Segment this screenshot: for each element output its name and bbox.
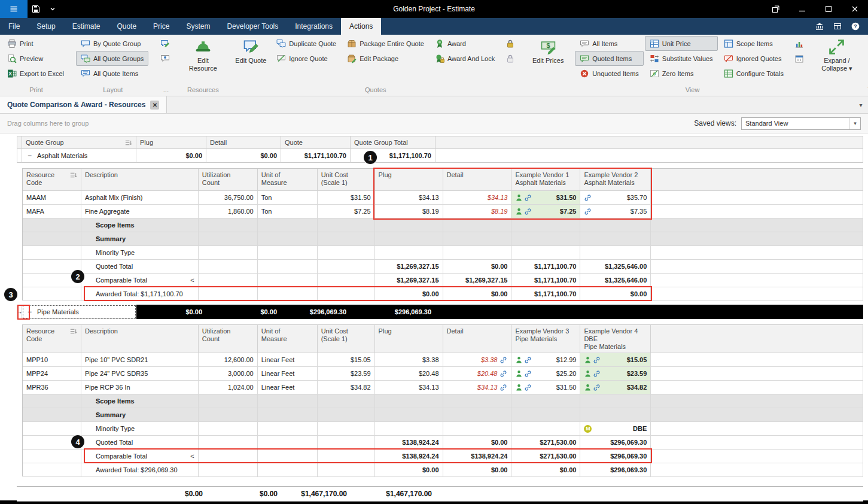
menu-tab-price[interactable]: Price	[145, 18, 178, 35]
description-cell[interactable]: Pipe 10" PVC SDR21	[81, 353, 199, 367]
saved-views-combobox[interactable]: Standard View ▾	[741, 117, 861, 130]
column-header-detail[interactable]: Detail	[206, 136, 281, 149]
column-header-example-vendor-3[interactable]: Example Vendor 3Pipe Materials	[511, 325, 580, 353]
column-header-example-vendor-2[interactable]: Example Vendor 2Asphalt Materials	[580, 169, 651, 191]
ribbon-item-substitute-values[interactable]: Substitute Values	[645, 51, 718, 66]
column-header-resource[interactable]: ResourceCode	[23, 325, 81, 353]
ribbon-item-ignore-quote[interactable]: Ignore Quote	[272, 51, 341, 66]
ribbon-item-duplicate-quote[interactable]: Duplicate Quote	[272, 36, 341, 51]
detail-cell[interactable]: $34.13	[443, 191, 512, 205]
column-header-example-vendor-1[interactable]: Example Vendor 1Asphalt Materials	[511, 169, 580, 191]
description-cell[interactable]: Pipe RCP 36 In	[81, 381, 199, 394]
ribbon-item-calendar[interactable]	[790, 51, 809, 66]
menu-tab-integrations[interactable]: Integrations	[287, 18, 341, 35]
vendor-price-cell[interactable]: $7.35	[580, 205, 651, 218]
menu-tab-actions[interactable]: Actions	[341, 18, 381, 35]
vendor-price-cell[interactable]: $7.25	[511, 205, 580, 218]
ribbon-item-configure-totals[interactable]: Configure Totals	[719, 66, 788, 81]
resource-code-cell[interactable]: MAFA	[23, 205, 81, 218]
help-button[interactable]: ?	[846, 18, 864, 35]
column-header-detail[interactable]: Detail	[443, 169, 512, 191]
ribbon-item-preview[interactable]: Preview	[2, 51, 69, 66]
column-header-utilization[interactable]: UtilizationCount	[199, 325, 258, 353]
column-header-example-vendor-4[interactable]: Example Vendor 4DBEPipe Materials	[580, 325, 651, 353]
ribbon-item-chart[interactable]	[790, 36, 809, 51]
collapse-button[interactable]: −	[26, 152, 33, 160]
menu-tab-setup[interactable]: Setup	[28, 18, 63, 35]
ribbon-button-edit-prices[interactable]: $Edit Prices	[527, 36, 569, 65]
menu-tab-estimate[interactable]: Estimate	[64, 18, 109, 35]
column-header-description[interactable]: Description	[81, 325, 199, 353]
ribbon-item-unit-price[interactable]: Unit Price	[645, 36, 718, 51]
vendor-price-cell[interactable]: $31.50	[511, 191, 580, 205]
vendor-price-cell[interactable]: $25.20	[511, 367, 580, 381]
column-header-unit-of[interactable]: Unit ofMeasure	[258, 325, 318, 353]
ribbon-item-person-caret[interactable]	[864, 51, 868, 66]
app-menu-button[interactable]	[0, 0, 28, 18]
window-layout-button[interactable]	[829, 18, 846, 35]
column-header-detail[interactable]: Detail	[443, 325, 512, 353]
ribbon-item-print[interactable]: Print	[2, 36, 69, 51]
save-button[interactable]	[28, 0, 44, 18]
description-cell[interactable]: Pipe 24" PVC SDR35	[81, 367, 199, 381]
ribbon-item-edit-package[interactable]: Edit Package	[342, 51, 429, 66]
vendor-price-cell[interactable]: $12.99	[511, 353, 580, 367]
vendor-price-cell[interactable]: $15.05	[580, 353, 651, 367]
estimate-home-button[interactable]	[811, 18, 829, 35]
ribbon-item-bubble-single[interactable]	[864, 36, 868, 51]
ribbon-item-lock-gray[interactable]	[501, 51, 520, 66]
column-header-unit-of[interactable]: Unit ofMeasure	[258, 169, 318, 191]
detail-cell[interactable]: $34.13	[443, 381, 512, 394]
ribbon-button-edit-resource[interactable]: Edit Resource	[182, 36, 224, 72]
description-cell[interactable]: Fine Aggregate	[81, 205, 199, 218]
menu-tab-system[interactable]: System	[178, 18, 218, 35]
menu-tab-developer-tools[interactable]: Developer Tools	[218, 18, 287, 35]
menu-tab-file[interactable]: File	[0, 18, 28, 35]
ribbon-item-export-to-excel[interactable]: XExport to Excel	[2, 66, 69, 81]
ribbon-item-lock-gold[interactable]	[501, 36, 520, 51]
ribbon-item-zero-items[interactable]: 0Zero Items	[645, 66, 718, 81]
column-header-resource[interactable]: ResourceCode	[23, 169, 81, 191]
vendor-price-cell[interactable]: $31.50	[511, 381, 580, 394]
tab-quote-comparison[interactable]: Quote Comparison & Award - Resources ✕	[0, 96, 167, 113]
column-header-utilization[interactable]: UtilizationCount	[199, 169, 258, 191]
ribbon-item-all-items[interactable]: All Items	[575, 36, 644, 51]
column-header-description[interactable]: Description	[81, 169, 199, 191]
detail-cell[interactable]: $3.38	[443, 353, 512, 367]
quick-access-dropdown[interactable]	[44, 0, 61, 18]
vendor-price-cell[interactable]: $34.82	[580, 381, 651, 394]
column-header-unit-cost[interactable]: Unit Cost(Scale 1)	[318, 169, 375, 191]
column-header-quote[interactable]: Quote	[281, 136, 351, 149]
maximize-button[interactable]	[815, 0, 842, 18]
column-header-plug[interactable]: Plug	[375, 325, 443, 353]
description-cell[interactable]: Asphalt Mix (Finish)	[81, 191, 199, 205]
ribbon-item-unquoted-items[interactable]: Unquoted Items	[575, 66, 644, 81]
resource-code-cell[interactable]: MPP24	[23, 367, 81, 381]
ribbon-item-all-quote-items[interactable]: All Quote Items	[76, 66, 148, 81]
ribbon-item-quoted-items[interactable]: Quoted Items	[575, 51, 644, 66]
column-header-plug[interactable]: Plug	[136, 136, 206, 149]
ribbon-item-award-and-lock[interactable]: Award And Lock	[430, 51, 500, 66]
tab-close-icon[interactable]: ✕	[150, 101, 159, 110]
detail-cell[interactable]: $8.19	[443, 205, 512, 218]
resource-code-cell[interactable]: MPR36	[23, 381, 81, 394]
ribbon-item-award[interactable]: Award	[430, 36, 500, 51]
close-button[interactable]	[842, 0, 868, 18]
ribbon-button-edit-quote[interactable]: Edit Quote	[230, 36, 272, 65]
ribbon-item-scope-items[interactable]: Scope Items	[719, 36, 788, 51]
collapse-button[interactable]: −	[26, 308, 33, 315]
resource-code-cell[interactable]: MAAM	[23, 191, 81, 205]
quote-group-cell[interactable]: −Asphalt Materials	[22, 149, 136, 163]
ribbon-item-bubble-edit[interactable]	[156, 36, 175, 51]
quote-group-cell[interactable]: −Pipe Materials	[22, 305, 136, 319]
column-header-unit-cost[interactable]: Unit Cost(Scale 1)	[318, 325, 375, 353]
resource-code-cell[interactable]: MPP10	[23, 353, 81, 367]
column-header-quote-group-total[interactable]: Quote Group Total	[351, 136, 435, 149]
column-header-quote-group[interactable]: Quote Group	[22, 136, 136, 149]
tab-list-dropdown[interactable]: ▾	[854, 96, 868, 113]
ribbon-item-all-quote-groups[interactable]: All Quote Groups	[76, 51, 148, 66]
menu-tab-quote[interactable]: Quote	[108, 18, 145, 35]
ribbon-options-button[interactable]	[763, 0, 789, 18]
vendor-price-cell[interactable]: $35.70	[580, 191, 651, 205]
vendor-price-cell[interactable]: $23.59	[580, 367, 651, 381]
